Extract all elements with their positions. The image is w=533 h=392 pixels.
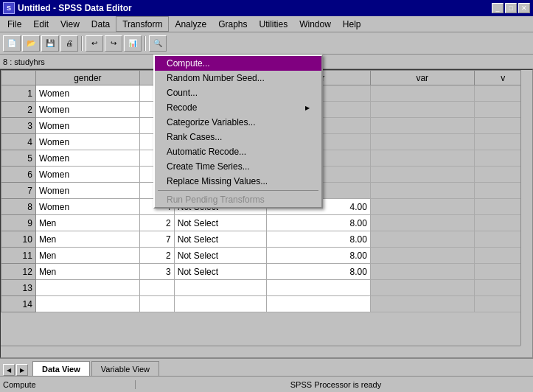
cell-s: 2 [139,248,174,264]
table-row[interactable]: 9 Men 2 Not Select 8.00 [1,215,532,231]
menu-random-seed-label: Random Number Seed... [167,73,265,83]
cell-reference: 8 : studyhrs [3,57,45,66]
menu-recode-label: Recode [167,102,197,113]
menu-utilities[interactable]: Utilities [253,16,293,32]
cell-data [266,280,370,296]
cell-gender: Women [35,118,139,134]
find-button[interactable]: 🔍 [149,35,167,52]
row-num: 12 [1,264,36,280]
row-num: 11 [1,248,36,264]
menu-transform[interactable]: Transform [116,16,169,32]
cell-var2 [370,134,474,150]
tab-scroll-left[interactable]: ◀ [3,364,15,376]
menu-recode[interactable]: Recode ▶ [155,100,321,115]
status-right: SPSS Processor is ready [136,380,530,389]
col-header-gender[interactable]: gender [35,71,139,85]
cell-var1 [370,264,474,280]
cell-var2 [370,85,474,102]
scrollbar-horizontal[interactable] [1,346,520,357]
recode-arrow-icon: ▶ [305,105,310,111]
menu-count[interactable]: Count... [155,85,321,100]
cell-var1 [370,231,474,248]
toolbar-sep-1 [81,36,83,51]
menu-categorize-label: Categorize Variables... [167,117,256,127]
cell-s [139,280,174,296]
cell-var1 [370,215,474,231]
cell-gender: Women [35,134,139,150]
chart-button[interactable]: 📊 [124,35,142,52]
menu-rank[interactable]: Rank Cases... [155,130,321,144]
close-button[interactable]: ✕ [518,3,530,13]
window-title: Untitled - SPSS Data Editor [18,3,132,13]
cell-var2 [370,183,474,199]
table-row[interactable]: 13 [1,280,532,296]
cell-data: 8.00 [266,231,370,248]
recall-button[interactable]: ↩ [86,35,103,52]
row-num: 14 [1,296,36,312]
print-button[interactable]: 🖨 [60,35,78,52]
cell-gender: Women [35,167,139,183]
col-header-rownum [1,71,36,85]
menu-help[interactable]: Help [337,16,367,32]
new-button[interactable]: 📄 [3,35,21,52]
menu-categorize[interactable]: Categorize Variables... [155,115,321,130]
menu-bar: File Edit View Data Transform Analyze Gr… [0,16,533,32]
menu-compute[interactable]: Compute... [155,56,321,71]
tab-data-view[interactable]: Data View [32,361,90,376]
menu-window[interactable]: Window [293,16,337,32]
cell-data: 8.00 [266,248,370,264]
title-bar: S Untitled - SPSS Data Editor _ □ ✕ [0,0,533,16]
menu-data[interactable]: Data [86,16,116,32]
open-button[interactable]: 📂 [22,35,40,52]
menu-view[interactable]: View [55,16,86,32]
cell-notselect: Not Select [174,264,266,280]
cell-data: 8.00 [266,264,370,280]
cell-gender: Women [35,102,139,118]
menu-file[interactable]: File [1,16,27,32]
cell-notselect [174,280,266,296]
menu-time-series[interactable]: Create Time Series... [155,159,321,174]
scrollbar-vertical[interactable] [520,70,532,346]
cell-s [139,296,174,312]
menu-auto-recode[interactable]: Automatic Recode... [155,144,321,159]
cell-s: 3 [139,264,174,280]
row-num: 5 [1,150,36,167]
table-row[interactable]: 14 [1,296,532,312]
table-row[interactable]: 12 Men 3 Not Select 8.00 [1,264,532,280]
cell-gender: Men [35,215,139,231]
cell-gender: Men [35,248,139,264]
menu-rank-label: Rank Cases... [167,132,222,142]
tab-scroll-right[interactable]: ▶ [16,364,28,376]
menu-auto-recode-label: Automatic Recode... [167,147,246,157]
cell-var1 [370,248,474,264]
cell-notselect: Not Select [174,231,266,248]
menu-compute-label: Compute... [167,58,210,69]
menu-graphs[interactable]: Graphs [212,16,253,32]
menu-analyze[interactable]: Analyze [169,16,212,32]
menu-replace-missing[interactable]: Replace Missing Values... [155,174,321,189]
cell-s: 7 [139,231,174,248]
cell-gender: Women [35,199,139,215]
table-row[interactable]: 11 Men 2 Not Select 8.00 [1,248,532,264]
row-num: 6 [1,167,36,183]
status-bar: Compute SPSS Processor is ready [0,376,533,392]
cell-data: 8.00 [266,215,370,231]
minimize-button[interactable]: _ [492,3,504,13]
redo-button[interactable]: ↪ [105,35,122,52]
tab-variable-view[interactable]: Variable View [91,361,159,376]
toolbar: 📄 📂 💾 🖨 ↩ ↪ 📊 🔍 [0,32,533,55]
cell-notselect [174,296,266,312]
row-num: 8 [1,199,36,215]
row-num: 13 [1,280,36,296]
menu-random-seed[interactable]: Random Number Seed... [155,71,321,85]
row-num: 9 [1,215,36,231]
cell-var2 [370,167,474,183]
cell-notselect: Not Select [174,215,266,231]
menu-separator [158,190,318,191]
table-row[interactable]: 10 Men 7 Not Select 8.00 [1,231,532,248]
cell-gender: Men [35,231,139,248]
menu-edit[interactable]: Edit [27,16,55,32]
col-header-var2[interactable]: var [370,71,474,85]
save-button[interactable]: 💾 [41,35,59,52]
maximize-button[interactable]: □ [505,3,517,13]
